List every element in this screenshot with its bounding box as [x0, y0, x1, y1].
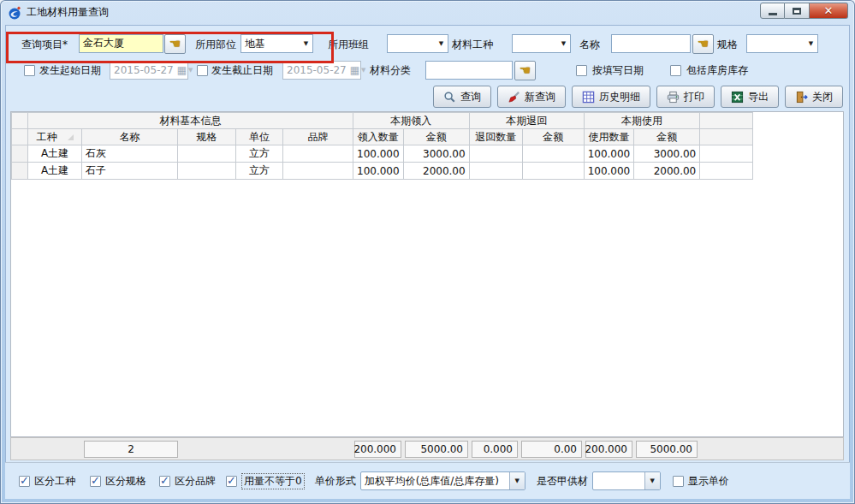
col-header-received-amount[interactable]: 金额: [403, 129, 469, 145]
col-header-used-qty[interactable]: 使用数量: [584, 129, 634, 145]
print-button[interactable]: 打印: [656, 86, 715, 108]
price-form-label: 单价形式: [315, 474, 356, 489]
start-date-input[interactable]: 2015-05-27 ▦ ▼: [110, 61, 188, 80]
query-button[interactable]: 查询: [433, 86, 491, 108]
usage-nonzero-label: 用量不等于0: [241, 473, 305, 489]
spec-label: 规格: [717, 38, 738, 52]
part-select[interactable]: 地基 ▼: [240, 34, 313, 53]
end-date-input[interactable]: 2015-05-27 ▦ ▼: [282, 61, 361, 80]
start-date-checkbox[interactable]: [24, 65, 35, 76]
col-header-unit[interactable]: 单位: [236, 129, 283, 145]
summary-returned-amount: 0.00: [521, 441, 582, 458]
table-row[interactable]: A土建 石灰 立方 100.000 3000.00 100.000 3000.0…: [12, 145, 753, 163]
sort-indicator-icon: [68, 134, 74, 140]
cell-trade: A土建: [28, 163, 82, 180]
owner-supplied-group: 是否甲供材 ▼: [537, 471, 661, 490]
col-header-trade[interactable]: 工种: [28, 129, 82, 145]
part-label: 所用部位: [195, 38, 236, 52]
by-fill-date-checkbox[interactable]: [576, 65, 587, 76]
cell-blank: [700, 163, 753, 180]
price-form-select[interactable]: 加权平均价(总库值/总库存量) ▼: [360, 471, 525, 490]
group-received: 本期领入: [353, 113, 470, 129]
category-label: 材料分类: [370, 63, 411, 78]
cell-name: 石子: [82, 163, 178, 180]
results-grid[interactable]: 材料基本信息 本期领入 本期退回 本期使用 工种 名称 规格 单位 品牌 领入数…: [10, 111, 844, 437]
summary-received-amount: 5000.00: [405, 441, 468, 458]
show-unit-price-option: 显示单价: [673, 474, 729, 489]
name-label: 名称: [579, 38, 600, 52]
project-picker-button[interactable]: ☚: [164, 34, 186, 54]
history-grid-icon: [582, 91, 595, 104]
distinguish-brand-checkbox[interactable]: [159, 476, 170, 487]
close-window-button[interactable]: 关闭: [785, 86, 843, 108]
col-header-received-qty[interactable]: 领入数量: [353, 129, 404, 145]
cell-received-qty: 100.000: [353, 145, 404, 163]
team-label: 所用班组: [328, 38, 369, 52]
minimize-button[interactable]: [760, 3, 785, 19]
distinguish-trade-checkbox[interactable]: [19, 476, 30, 487]
col-header-brand[interactable]: 品牌: [283, 129, 353, 145]
exit-door-icon: [795, 91, 808, 104]
maximize-button[interactable]: [785, 3, 810, 19]
new-query-button[interactable]: 新查询: [497, 86, 566, 108]
close-button[interactable]: ✕: [810, 3, 848, 19]
cell-returned-qty: [469, 163, 522, 180]
category-picker-button[interactable]: ☚: [514, 61, 536, 80]
usage-nonzero-checkbox[interactable]: [226, 476, 237, 487]
export-button[interactable]: 导出: [721, 86, 779, 108]
distinguish-spec-option: 区分规格: [90, 474, 146, 489]
col-header-returned-qty[interactable]: 退回数量: [469, 129, 522, 145]
cell-brand: [283, 163, 353, 180]
row-indicator-header: [12, 129, 28, 145]
price-form-value: 加权平均价(总库值/总库存量): [361, 474, 509, 489]
distinguish-brand-option: 区分品牌: [159, 474, 216, 489]
window-title: 工地材料用量查询: [27, 5, 109, 20]
owner-supplied-select[interactable]: ▼: [592, 471, 661, 490]
close-icon: ✕: [824, 5, 834, 16]
col-header-returned-amount[interactable]: 金额: [522, 129, 584, 145]
cell-returned-amount: [522, 163, 584, 180]
brush-icon: [508, 91, 520, 104]
group-basic-info: 材料基本信息: [28, 113, 353, 129]
material-trade-select[interactable]: ▼: [512, 34, 571, 53]
show-unit-price-checkbox[interactable]: [673, 476, 684, 487]
cell-received-amount: 3000.00: [403, 145, 469, 163]
category-input[interactable]: [425, 61, 513, 80]
cell-used-amount: 2000.00: [634, 163, 700, 180]
printer-icon: [667, 91, 680, 104]
results-table: 材料基本信息 本期领入 本期退回 本期使用 工种 名称 规格 单位 品牌 领入数…: [11, 112, 753, 180]
cell-spec: [178, 163, 236, 180]
row-indicator-header: [12, 113, 28, 129]
chevron-down-icon: ▼: [509, 472, 525, 489]
calendar-icon: ▦: [350, 64, 359, 76]
close-window-button-label: 关闭: [812, 90, 833, 104]
history-detail-button-label: 历史明细: [599, 90, 640, 104]
team-select[interactable]: ▼: [387, 34, 448, 53]
toolbar: 查询 新查询 历史明细: [10, 86, 843, 108]
distinguish-spec-checkbox[interactable]: [90, 476, 101, 487]
chevron-down-icon: ▼: [361, 67, 365, 74]
table-row[interactable]: A土建 石子 立方 100.000 2000.00 100.000 2000.0…: [12, 163, 753, 180]
col-header-used-amount[interactable]: 金额: [634, 129, 700, 145]
maximize-icon: [793, 8, 801, 15]
col-header-spec[interactable]: 规格: [178, 129, 236, 145]
name-input[interactable]: [611, 34, 691, 53]
project-input[interactable]: 金石大厦: [79, 34, 163, 53]
history-detail-button[interactable]: 历史明细: [572, 86, 650, 108]
distinguish-brand-label: 区分品牌: [175, 474, 216, 489]
print-button-label: 打印: [684, 90, 704, 104]
minimize-icon: [769, 13, 777, 15]
start-date-label: 发生起始日期: [39, 63, 101, 78]
include-stock-checkbox[interactable]: [670, 65, 681, 76]
end-date-checkbox[interactable]: [197, 65, 208, 76]
cell-trade: A土建: [28, 145, 82, 163]
price-form-group: 单价形式 加权平均价(总库值/总库存量) ▼: [315, 471, 525, 490]
spec-select[interactable]: ▼: [746, 34, 818, 53]
chevron-down-icon: ▼: [435, 40, 448, 47]
col-header-name[interactable]: 名称: [82, 129, 178, 145]
chevron-down-icon: ▼: [557, 40, 570, 47]
summary-row-count: 2: [84, 441, 178, 458]
caption-buttons: ✕: [760, 3, 848, 19]
name-picker-button[interactable]: ☚: [692, 34, 714, 54]
title-bar[interactable]: 工地材料用量查询 ✕: [0, 0, 855, 25]
